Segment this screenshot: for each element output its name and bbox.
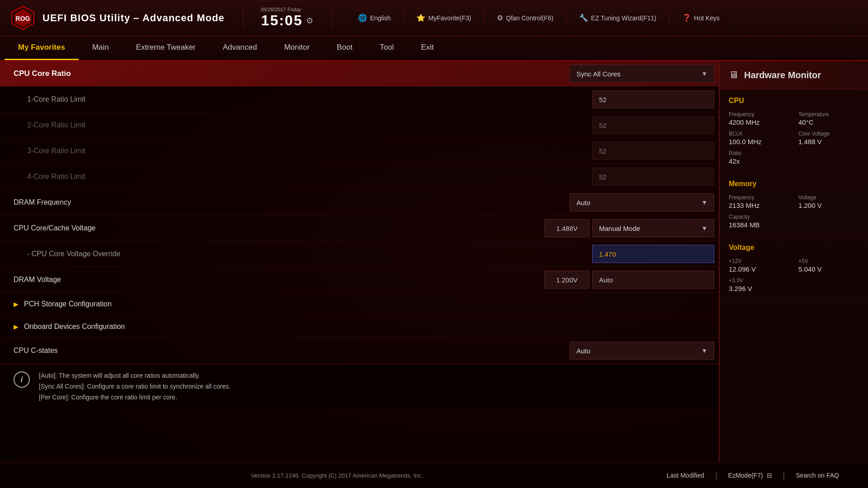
menu-tool[interactable]: Tool bbox=[366, 36, 407, 60]
last-modified-btn[interactable]: Last Modified bbox=[656, 469, 715, 482]
core-voltage-label: Core Voltage bbox=[798, 131, 859, 137]
dropdown-arrow-icon: ▼ bbox=[701, 70, 708, 77]
nav-english-label: English bbox=[370, 14, 391, 22]
pch-storage-label[interactable]: ▶ PCH Storage Configuration bbox=[0, 296, 565, 313]
sidebar-voltage-title: Voltage bbox=[729, 244, 859, 252]
header-divider bbox=[243, 7, 243, 29]
table-row: - CPU Core Voltage Override 1.470 bbox=[0, 241, 719, 267]
nav-qfan[interactable]: ⚙ Qfan Control(F6) bbox=[493, 12, 557, 24]
menu-main[interactable]: Main bbox=[79, 36, 123, 60]
table-row: DRAM Voltage 1.200V Auto bbox=[0, 267, 719, 293]
nav-hotkeys[interactable]: ❓ Hot Keys bbox=[679, 12, 723, 24]
core2-label: 2-Core Ratio Limit bbox=[0, 117, 565, 134]
nav-divider-1 bbox=[403, 11, 404, 25]
dram-voltage-auto[interactable]: Auto bbox=[592, 271, 714, 289]
sidebar-data-item: Ratio 42x bbox=[729, 150, 789, 165]
footer-version: Version 2.17.1246. Copyright (C) 2017 Am… bbox=[18, 472, 656, 479]
cpu-core-ratio-dropdown[interactable]: Sync All Cores ▼ bbox=[570, 65, 714, 83]
pch-storage-value bbox=[565, 300, 719, 308]
menu-bar: My Favorites Main Extreme Tweaker Advanc… bbox=[0, 36, 868, 61]
menu-my-favorites[interactable]: My Favorites bbox=[5, 36, 79, 60]
nav-myfavorite[interactable]: ⭐ MyFavorite(F3) bbox=[413, 12, 475, 24]
menu-exit[interactable]: Exit bbox=[407, 36, 447, 60]
v33-label: +3.3V bbox=[729, 277, 789, 284]
table-row[interactable]: ▶ Onboard Devices Configuration bbox=[0, 315, 719, 338]
table-row[interactable]: ▶ PCH Storage Configuration bbox=[0, 293, 719, 315]
cpu-cstates-label: CPU C-states bbox=[0, 342, 565, 359]
cpu-cstates-dropdown[interactable]: Auto ▼ bbox=[570, 342, 714, 360]
dropdown-arrow-icon: ▼ bbox=[701, 347, 708, 354]
core4-input[interactable]: 52 bbox=[592, 168, 714, 186]
table-row: 1-Core Ratio Limit 52 bbox=[0, 87, 719, 113]
hotkeys-icon: ❓ bbox=[682, 14, 691, 22]
info-bar: i [Auto]: The system will adjust all cor… bbox=[0, 364, 719, 409]
nav-eztuning[interactable]: 🔧 EZ Tuning Wizard(F11) bbox=[576, 12, 660, 24]
dram-freq-dropdown[interactable]: Auto ▼ bbox=[570, 193, 714, 211]
mem-capacity-value: 16384 MB bbox=[729, 221, 789, 229]
dropdown-arrow-icon: ▼ bbox=[701, 225, 708, 232]
dram-freq-label: DRAM Frequency bbox=[0, 194, 565, 211]
core2-input[interactable]: 52 bbox=[592, 116, 714, 134]
onboard-devices-label[interactable]: ▶ Onboard Devices Configuration bbox=[0, 318, 565, 335]
ez-mode-btn[interactable]: EzMode(F7) ⊟ bbox=[717, 469, 783, 482]
menu-extreme-tweaker[interactable]: Extreme Tweaker bbox=[123, 36, 209, 60]
menu-monitor[interactable]: Monitor bbox=[270, 36, 323, 60]
time-area: 15:05 ⚙ bbox=[261, 12, 314, 29]
footer-actions: Last Modified | EzMode(F7) ⊟ | Search on… bbox=[656, 469, 850, 482]
mem-freq-label: Frequency bbox=[729, 194, 789, 201]
date-text: 05/26/2017 Friday bbox=[261, 7, 302, 12]
search-faq-btn[interactable]: Search on FAQ bbox=[785, 469, 850, 482]
star-icon: ⭐ bbox=[416, 14, 425, 22]
cpu-temp-value: 40°C bbox=[798, 118, 859, 126]
core4-value: 52 bbox=[565, 164, 719, 189]
ez-mode-icon: ⊟ bbox=[767, 472, 772, 479]
table-row: DRAM Frequency Auto ▼ bbox=[0, 190, 719, 216]
core3-value: 52 bbox=[565, 138, 719, 164]
cpu-voltage-override-label: - CPU Core Voltage Override bbox=[0, 245, 565, 263]
time-display: 15:05 bbox=[261, 12, 303, 29]
sidebar-data-item: Frequency 2133 MHz bbox=[729, 194, 789, 209]
core2-value: 52 bbox=[565, 113, 719, 138]
sidebar-cpu-section: CPU Frequency 4200 MHz Temperature 40°C … bbox=[720, 89, 868, 173]
v12-label: +12V bbox=[729, 258, 789, 264]
nav-divider-2 bbox=[484, 11, 484, 25]
monitor-icon: 🖥 bbox=[729, 69, 739, 81]
core-voltage-value: 1.488 V bbox=[798, 138, 859, 145]
table-row: 3-Core Ratio Limit 52 bbox=[0, 138, 719, 164]
nav-english[interactable]: 🌐 English bbox=[354, 12, 394, 24]
v5-label: +5V bbox=[798, 258, 859, 264]
dram-voltage-value: 1.200V Auto bbox=[540, 267, 719, 292]
sidebar-memory-section: Memory Frequency 2133 MHz Voltage 1.200 … bbox=[720, 173, 868, 236]
header-divider-2 bbox=[331, 7, 332, 29]
sidebar-data-item: Core Voltage 1.488 V bbox=[798, 131, 859, 145]
core3-input[interactable]: 52 bbox=[592, 142, 714, 160]
core1-input[interactable]: 52 bbox=[592, 90, 714, 108]
settings-icon[interactable]: ⚙ bbox=[306, 16, 313, 26]
menu-advanced[interactable]: Advanced bbox=[209, 36, 271, 60]
mem-voltage-label: Voltage bbox=[798, 194, 859, 201]
bclk-value: 100.0 MHz bbox=[729, 138, 789, 145]
bclk-label: BCLK bbox=[729, 131, 789, 137]
mem-capacity-label: Capacity bbox=[729, 214, 789, 220]
cpu-voltage-override-input[interactable]: 1.470 bbox=[592, 245, 714, 263]
core1-value: 52 bbox=[565, 87, 719, 112]
sidebar-header: 🖥 Hardware Monitor bbox=[720, 61, 868, 89]
expand-arrow-icon: ▶ bbox=[14, 323, 19, 330]
sidebar-data-item: +3.3V 3.296 V bbox=[729, 277, 789, 292]
header-nav: 🌐 English ⭐ MyFavorite(F3) ⚙ Qfan Contro… bbox=[354, 11, 859, 25]
table-row: 4-Core Ratio Limit 52 bbox=[0, 164, 719, 190]
sidebar-data-item: +5V 5.040 V bbox=[798, 258, 859, 273]
cpu-temp-label: Temperature bbox=[798, 111, 859, 117]
v12-value: 12.096 V bbox=[729, 265, 789, 273]
table-row: CPU Core/Cache Voltage 1.488V Manual Mod… bbox=[0, 216, 719, 241]
settings-table: CPU Core Ratio Sync All Cores ▼ 1-Core R… bbox=[0, 61, 719, 364]
dram-freq-value: Auto ▼ bbox=[565, 190, 719, 215]
ratio-label: Ratio bbox=[729, 150, 789, 156]
onboard-devices-value bbox=[565, 323, 719, 330]
sidebar-data-item: BCLK 100.0 MHz bbox=[729, 131, 789, 145]
cpu-voltage-dropdown[interactable]: Manual Mode ▼ bbox=[592, 219, 714, 237]
sidebar-data-item: Voltage 1.200 V bbox=[798, 194, 859, 209]
v33-value: 3.296 V bbox=[729, 285, 789, 292]
menu-boot[interactable]: Boot bbox=[323, 36, 366, 60]
sidebar-data-item: Capacity 16384 MB bbox=[729, 214, 789, 229]
